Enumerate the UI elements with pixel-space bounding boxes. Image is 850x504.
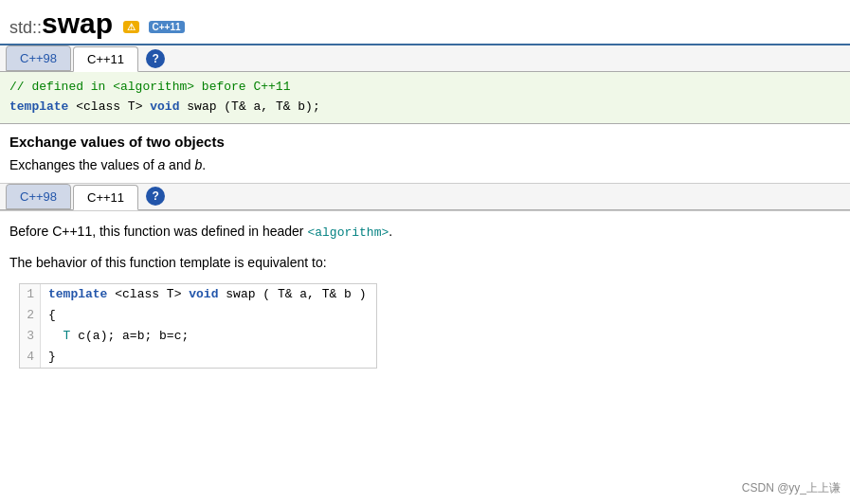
code-line-2: { bbox=[41, 305, 65, 326]
line-num-3: 3 bbox=[20, 326, 41, 347]
code-row-4: 4 } bbox=[20, 347, 376, 368]
tab-cpp98-top[interactable]: C++98 bbox=[6, 45, 71, 71]
explanation-line2: The behavior of this function template i… bbox=[9, 252, 841, 273]
tab-cpp98-bottom[interactable]: C++98 bbox=[6, 184, 71, 209]
code-row-2: 2 { bbox=[20, 305, 376, 326]
keyword-void: void bbox=[150, 99, 179, 114]
code-block: 1 template <class T> void swap ( T& a, T… bbox=[19, 283, 377, 369]
line-num-2: 2 bbox=[20, 305, 41, 326]
cpp11-badge: C++11 bbox=[149, 21, 185, 33]
explanation-before: Before C++11, this function was defined … bbox=[9, 224, 307, 239]
code-row-1: 1 template <class T> void swap ( T& a, T… bbox=[20, 284, 376, 305]
param-b: b bbox=[194, 157, 202, 172]
line-num-1: 1 bbox=[20, 284, 41, 305]
line-num-4: 4 bbox=[20, 347, 41, 368]
explanation-line1: Before C++11, this function was defined … bbox=[9, 221, 841, 243]
help-icon-bottom[interactable]: ? bbox=[146, 187, 165, 206]
description-title: Exchange values of two objects bbox=[9, 134, 841, 150]
algorithm-ref: <algorithm> bbox=[307, 225, 389, 240]
code-definition-block: // defined in <algorithm> before C++11 t… bbox=[0, 72, 850, 124]
code-line-1: template <class T> void swap ( T& a, T& … bbox=[41, 284, 376, 305]
code-comment-line: // defined in <algorithm> before C++11 bbox=[9, 78, 841, 98]
code-template-line: template <class T> void swap (T& a, T& b… bbox=[9, 98, 841, 117]
code-line-4: } bbox=[41, 347, 65, 368]
description-text: Exchanges the values of a and b. bbox=[9, 155, 841, 175]
tab-cpp11-top[interactable]: C++11 bbox=[73, 46, 138, 72]
kw-template-1: template bbox=[48, 287, 107, 301]
help-icon-top[interactable]: ? bbox=[146, 49, 165, 68]
warning-badge: ⚠ bbox=[123, 21, 139, 33]
bottom-tab-bar: C++98 C++11 ? bbox=[0, 184, 850, 210]
top-tab-bar: C++98 C++11 ? bbox=[0, 45, 850, 72]
watermark: CSDN @yy_上上谦 bbox=[742, 480, 841, 496]
code-text-2: swap ( T& a, T& b ) bbox=[226, 287, 366, 301]
type-T: T bbox=[63, 329, 71, 343]
code-row-3: 3 T c(a); a=b; b=c; bbox=[20, 326, 376, 347]
page-header: std::swap ⚠ C++11 bbox=[0, 0, 850, 45]
title-prefix: std:: bbox=[9, 18, 42, 37]
kw-void-1: void bbox=[189, 287, 218, 301]
func-signature: swap (T& a, T& b); bbox=[187, 99, 319, 114]
page-title: std::swap ⚠ C++11 bbox=[9, 10, 185, 39]
explanation-section: Before C++11, this function was defined … bbox=[0, 211, 850, 377]
title-main: swap bbox=[42, 8, 113, 39]
code-line-3: T c(a); a=b; b=c; bbox=[41, 326, 198, 347]
explanation-after: . bbox=[389, 224, 392, 239]
second-tab-section: C++98 C++11 ? bbox=[0, 184, 850, 211]
param-a: a bbox=[157, 157, 165, 172]
keyword-template: template bbox=[9, 99, 68, 114]
description-section: Exchange values of two objects Exchanges… bbox=[0, 124, 850, 184]
tab-cpp11-bottom[interactable]: C++11 bbox=[73, 185, 138, 210]
template-rest: <class T> bbox=[76, 99, 150, 114]
code-text-1: <class T> bbox=[115, 287, 189, 301]
